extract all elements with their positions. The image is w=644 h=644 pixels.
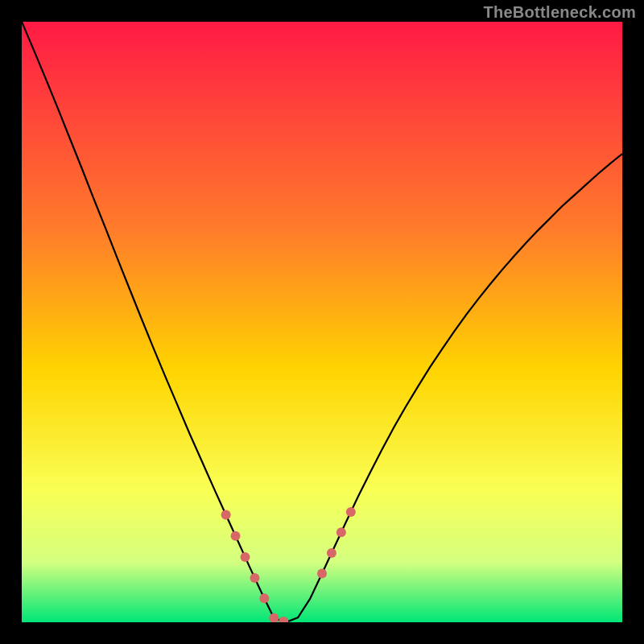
highlight-dot [250,573,259,583]
highlight-dot [346,507,356,517]
highlight-dot [221,510,231,519]
highlight-dot [241,552,250,562]
chart-frame: TheBottleneck.com [0,0,644,644]
chart-svg [22,22,622,622]
highlight-dot [231,531,241,541]
highlight-dot [259,593,269,603]
highlight-dot [317,569,327,579]
chart-plot-area [22,22,622,622]
highlight-dot [327,548,336,558]
watermark-text: TheBottleneck.com [483,3,636,22]
highlight-dot [336,527,346,537]
gradient-background [22,22,622,622]
